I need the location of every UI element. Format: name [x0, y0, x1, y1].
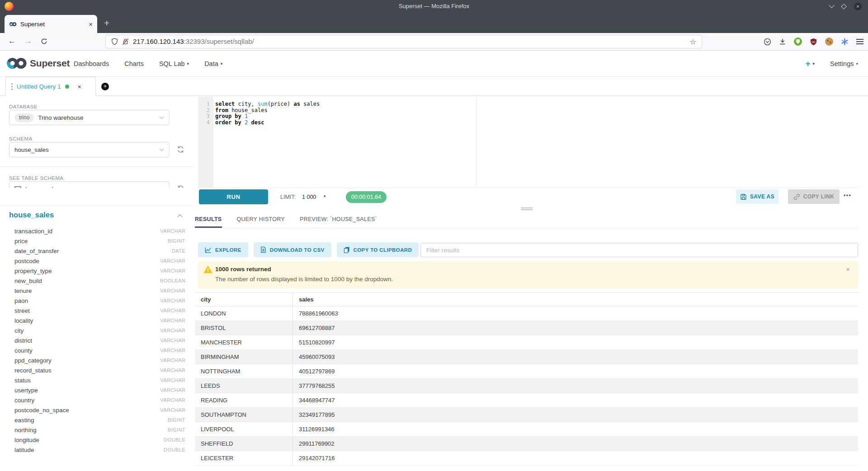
table-column-row[interactable]: longitude DOUBLE	[9, 435, 185, 445]
code-line[interactable]: order by 2 desc	[215, 120, 858, 126]
table-column-row[interactable]: price BIGINT	[9, 236, 185, 246]
header-cell-sales[interactable]: sales	[293, 293, 314, 306]
plus-icon: +	[805, 59, 810, 69]
cookie-extension-icon[interactable]	[825, 38, 833, 46]
asterisk-extension-icon[interactable]	[841, 38, 849, 46]
cell-city: MANCHESTER	[195, 335, 293, 349]
new-tab-button[interactable]: +	[104, 17, 109, 29]
results-tab[interactable]: PREVIEW: `HOUSE_SALES`	[300, 216, 377, 228]
table-column-row[interactable]: ppd_category VARCHAR	[9, 355, 185, 365]
header-cell-city[interactable]: city	[195, 293, 293, 306]
column-name: street	[14, 307, 30, 314]
results-table: city sales LONDON 788861960063 BRISTOL 6…	[195, 292, 858, 466]
pane-splitter-handle[interactable]	[521, 207, 533, 211]
maximize-icon[interactable]	[841, 4, 847, 9]
drag-grip-icon[interactable]	[11, 83, 13, 90]
table-column-row[interactable]: paon VARCHAR	[9, 296, 185, 306]
sql-editor[interactable]: 1234 select city, sum(price) as salesfro…	[198, 96, 858, 188]
refresh-schema-icon[interactable]	[177, 146, 185, 154]
table-column-row[interactable]: county VARCHAR	[9, 345, 185, 355]
link-icon	[793, 193, 800, 200]
results-tab[interactable]: QUERY HISTORY	[237, 216, 285, 228]
tracking-protection-shield-icon[interactable]	[111, 38, 118, 45]
download-csv-button[interactable]: DOWNLOAD TO CSV	[254, 242, 331, 257]
nav-menu-item[interactable]: Charts▾	[124, 60, 144, 67]
add-new-button[interactable]: +▾	[805, 59, 815, 69]
table-column-row[interactable]: postcode_no_space VARCHAR	[9, 405, 185, 415]
table-column-row[interactable]: usertype VARCHAR	[9, 385, 185, 395]
table-column-row[interactable]: status VARCHAR	[9, 375, 185, 385]
download-icon[interactable]	[779, 38, 786, 45]
table-section-title[interactable]: house_sales	[9, 211, 54, 219]
editor-code[interactable]: select city, sum(price) as salesfrom hou…	[215, 101, 858, 126]
table-column-row[interactable]: postcode VARCHAR	[9, 256, 185, 266]
copy-link-button[interactable]: COPY LINK	[788, 189, 840, 204]
explore-button[interactable]: EXPLORE	[198, 242, 248, 257]
filter-results-input[interactable]	[420, 243, 858, 257]
nav-menu-item[interactable]: SQL Lab▾	[159, 60, 189, 67]
table-column-row[interactable]: latitude DOUBLE	[9, 445, 185, 455]
table-column-row[interactable]: tenure VARCHAR	[9, 286, 185, 296]
tab-close-icon[interactable]: ×	[89, 20, 93, 28]
editor-gutter: 1234	[198, 96, 213, 188]
back-button[interactable]: ←	[8, 37, 16, 46]
pocket-icon[interactable]	[764, 38, 771, 46]
code-line[interactable]: select city, sum(price) as sales	[215, 101, 858, 108]
table-column-row[interactable]: new_build BOOLEAN	[9, 276, 185, 286]
chevron-down-icon[interactable]	[829, 2, 835, 8]
cell-sales: 29142071716	[293, 451, 335, 465]
column-type: BOOLEAN	[160, 278, 185, 283]
table-column-row[interactable]: transaction_id VARCHAR	[9, 226, 185, 236]
query-tab-untitled-query-1[interactable]: Untitled Query 1 ×	[5, 77, 96, 96]
settings-menu[interactable]: Settings▾	[830, 60, 858, 67]
table-column-row[interactable]: locality VARCHAR	[9, 316, 185, 325]
run-button[interactable]: RUN	[199, 189, 268, 204]
database-value: Trino warehouse	[38, 114, 83, 121]
alert-close-icon[interactable]: ×	[846, 265, 850, 273]
column-type: VARCHAR	[160, 308, 185, 313]
divider	[0, 206, 194, 206]
table-column-row[interactable]: city VARCHAR	[9, 325, 185, 335]
table-column-row[interactable]: district VARCHAR	[9, 335, 185, 345]
menu-icon[interactable]	[856, 39, 863, 44]
table-row: BRISTOL 69612708887	[195, 321, 858, 335]
code-line[interactable]: group by 1	[215, 113, 858, 120]
table-column-row[interactable]: record_status VARCHAR	[9, 365, 185, 375]
nav-menu-item[interactable]: Data▾	[204, 60, 222, 67]
ublock-extension-icon[interactable]: UO	[810, 38, 817, 46]
chevron-up-icon[interactable]	[177, 214, 182, 219]
bookmark-star-icon[interactable]: ☆	[690, 38, 696, 46]
save-as-button[interactable]: SAVE AS	[736, 189, 778, 204]
cell-city: SHEFFIELD	[195, 437, 293, 451]
table-column-row[interactable]: country VARCHAR	[9, 395, 185, 405]
superset-logo[interactable]: Superset	[6, 57, 70, 70]
table-column-row[interactable]: easting BIGINT	[9, 415, 185, 425]
url-bar[interactable]: 217.160.120.143:32393/superset/sqllab/ ☆	[105, 35, 702, 48]
save-icon	[740, 193, 747, 200]
window-close-icon[interactable]: ×	[854, 3, 862, 10]
forward-button[interactable]: →	[24, 37, 32, 46]
copy-to-clipboard-button[interactable]: COPY TO CLIPBOARD	[337, 242, 419, 257]
table-column-row[interactable]: property_type VARCHAR	[9, 266, 185, 276]
limit-value[interactable]: 1 000	[302, 194, 316, 200]
results-tab[interactable]: RESULTS	[195, 216, 222, 228]
browser-toolbar: ← → 217.160.120.143:32393/superset/sqlla…	[0, 33, 868, 51]
more-options-button[interactable]: •••	[844, 192, 851, 198]
query-tab-close-icon[interactable]: ×	[78, 83, 81, 90]
cell-city: READING	[195, 393, 293, 407]
sqllab-sidebar: DATABASE trino Trino warehouse SCHEMA ho…	[0, 96, 194, 471]
adguard-extension-icon[interactable]	[794, 38, 802, 46]
code-line[interactable]: from house_sales	[215, 108, 858, 114]
schema-select[interactable]: house_sales	[9, 142, 170, 157]
table-column-row[interactable]: street VARCHAR	[9, 306, 185, 316]
caret-down-icon[interactable]: ▾	[324, 194, 326, 198]
browser-tab-superset[interactable]: Superset ×	[5, 15, 97, 33]
nav-menu-item[interactable]: Dashboards▾	[74, 60, 109, 67]
table-column-row[interactable]: northing BIGINT	[9, 425, 185, 435]
table-column-row[interactable]: date_of_transfer DATE	[9, 246, 185, 256]
reload-button[interactable]	[41, 38, 47, 45]
new-query-tab-button[interactable]: +	[101, 83, 109, 90]
insecure-lock-icon[interactable]	[122, 38, 129, 45]
database-select[interactable]: trino Trino warehouse	[9, 110, 170, 125]
column-type: BIGINT	[168, 427, 185, 433]
